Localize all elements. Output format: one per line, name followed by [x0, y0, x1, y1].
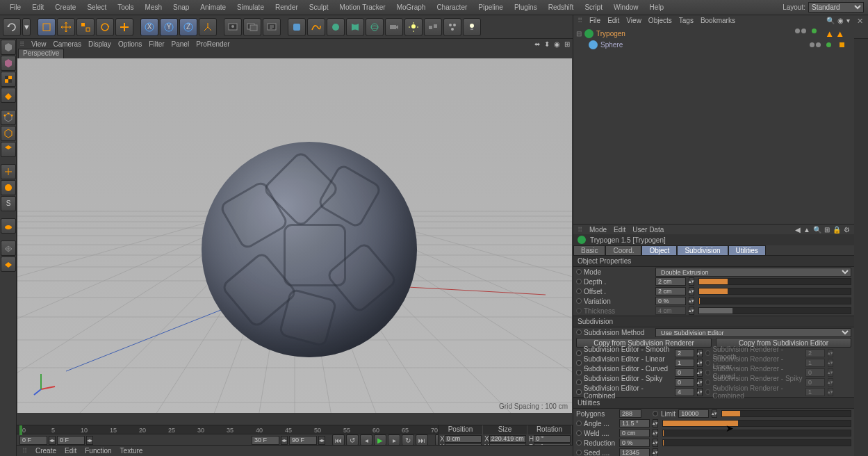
offset-field[interactable]: [655, 287, 686, 295]
spinner-icon[interactable]: ▴▾: [697, 388, 703, 396]
pos-x-field[interactable]: [445, 435, 482, 443]
goto-end-button[interactable]: ⏭: [416, 434, 428, 446]
vmenu-view[interactable]: View: [31, 40, 47, 48]
goto-next-key-button[interactable]: ↻: [402, 434, 414, 446]
frame-preview-field[interactable]: [252, 436, 279, 445]
x-axis-toggle[interactable]: X: [140, 18, 158, 36]
size-x-field[interactable]: [489, 435, 526, 443]
deformer-button[interactable]: [346, 18, 364, 36]
tab-utilities[interactable]: Utilities: [728, 245, 766, 255]
spinner-icon[interactable]: ▴▾: [689, 287, 694, 295]
spinner-icon[interactable]: ▴▾: [697, 368, 703, 377]
mode-texture[interactable]: [1, 72, 16, 87]
matmenu-function[interactable]: Function: [85, 447, 111, 455]
sphere-object[interactable]: [202, 142, 417, 357]
z-axis-toggle[interactable]: Z: [179, 18, 197, 36]
vmenu-cameras[interactable]: Cameras: [54, 40, 82, 48]
locked-workplane[interactable]: [1, 218, 16, 234]
mode-polygons[interactable]: [1, 142, 16, 157]
limit-slider[interactable]: [721, 410, 851, 417]
menu-tools[interactable]: Tools: [112, 1, 139, 13]
spinner-icon[interactable]: ▴▾: [689, 297, 694, 305]
viewport-tab[interactable]: Perspective: [18, 49, 64, 58]
mode-dropdown[interactable]: Double Extrusion: [655, 268, 851, 277]
angle-slider[interactable]: [662, 420, 851, 427]
spinner-icon[interactable]: ▴▾: [653, 419, 658, 427]
tab-basic[interactable]: Basic: [573, 245, 605, 255]
frame-end-field[interactable]: [289, 436, 317, 445]
menu-snap[interactable]: Snap: [167, 1, 195, 13]
objmenu-file[interactable]: File: [589, 17, 600, 24]
viewport-solo[interactable]: [1, 180, 16, 195]
spline-button[interactable]: [307, 18, 325, 36]
depth-field[interactable]: [655, 277, 686, 286]
enable-dot[interactable]: [812, 28, 817, 33]
viewport-nav-icon[interactable]: ⬌: [534, 40, 540, 48]
mode-points[interactable]: [1, 110, 16, 125]
custom-workplane[interactable]: [1, 256, 16, 272]
frame-start-field[interactable]: [19, 436, 47, 445]
prev-frame-button[interactable]: ◂: [360, 434, 372, 446]
null-object-button[interactable]: [288, 18, 306, 36]
objmenu-edit[interactable]: Edit: [607, 17, 619, 24]
menu-character[interactable]: Character: [431, 1, 473, 13]
subdiv-editor-field[interactable]: [675, 349, 694, 357]
spinner-icon[interactable]: ▴▾: [653, 429, 658, 437]
render-view-button[interactable]: [224, 18, 242, 36]
undo-button[interactable]: [3, 18, 21, 36]
variation-field[interactable]: [655, 297, 686, 305]
matmenu-texture[interactable]: Texture: [120, 447, 143, 455]
attrmenu-userdata[interactable]: User Data: [632, 226, 664, 234]
spinner-icon[interactable]: ▴▾: [712, 409, 717, 418]
menu-plugins[interactable]: Plugins: [509, 1, 543, 13]
last-tool-button[interactable]: [115, 18, 133, 36]
scene-button[interactable]: [424, 18, 442, 36]
frame-current-field[interactable]: [57, 436, 85, 445]
menu-help[interactable]: Help: [644, 1, 670, 13]
layout-dropdown[interactable]: Standard: [808, 2, 864, 13]
subdiv-method-dropdown[interactable]: Use Subdivision Editor: [655, 328, 851, 337]
render-dot[interactable]: [801, 28, 806, 33]
obj-eye-icon[interactable]: ◉: [837, 17, 844, 24]
variation-slider[interactable]: [698, 298, 851, 304]
spinner-icon[interactable]: ◂▸: [318, 436, 325, 445]
live-select-button[interactable]: [38, 18, 56, 36]
vmenu-options[interactable]: Options: [118, 40, 142, 48]
mode-object[interactable]: [1, 56, 16, 71]
spinner-icon[interactable]: ▴▾: [697, 359, 703, 367]
visibility-dot[interactable]: [810, 42, 814, 47]
spinner-icon[interactable]: ▴▾: [653, 439, 658, 447]
menu-motiontracker[interactable]: Motion Tracker: [334, 1, 391, 13]
objmenu-tags[interactable]: Tags: [679, 17, 694, 24]
goto-start-button[interactable]: ⏮: [332, 434, 345, 446]
objmenu-objects[interactable]: Objects: [648, 17, 672, 24]
mode-model[interactable]: [1, 40, 16, 55]
camera-button[interactable]: [385, 18, 403, 36]
goto-prev-key-button[interactable]: ↺: [346, 434, 359, 446]
reduction-slider[interactable]: [662, 439, 851, 446]
attr-search-icon[interactable]: 🔍: [813, 226, 821, 234]
snap-toggle[interactable]: S: [1, 196, 16, 211]
attr-lock-icon[interactable]: 🔒: [833, 226, 841, 234]
vmenu-panel[interactable]: Panel: [172, 40, 190, 48]
generator-button[interactable]: [327, 18, 345, 36]
tab-coord[interactable]: Coord.: [605, 245, 641, 255]
menu-create[interactable]: Create: [49, 1, 81, 13]
tree-item-sphere[interactable]: Sphere: [576, 39, 851, 50]
objmenu-view[interactable]: View: [626, 17, 641, 24]
offset-slider[interactable]: [698, 288, 851, 295]
obj-filter-icon[interactable]: ▾: [846, 17, 850, 24]
rot-h-field[interactable]: [534, 435, 571, 443]
menu-window[interactable]: Window: [608, 1, 644, 13]
render-dot[interactable]: [816, 42, 821, 47]
spinner-icon[interactable]: ▴▾: [697, 349, 703, 357]
attr-up-icon[interactable]: ▲: [803, 226, 810, 234]
limit-field[interactable]: [678, 409, 709, 418]
objmenu-bookmarks[interactable]: Bookmarks: [701, 17, 735, 24]
visibility-dot[interactable]: [795, 28, 800, 33]
y-axis-toggle[interactable]: Y: [160, 18, 178, 36]
vmenu-filter[interactable]: Filter: [149, 40, 164, 48]
menu-redshift[interactable]: Redshift: [543, 1, 580, 13]
matmenu-create[interactable]: Create: [35, 447, 56, 455]
viewport-zoom-icon[interactable]: ⬍: [544, 40, 550, 48]
